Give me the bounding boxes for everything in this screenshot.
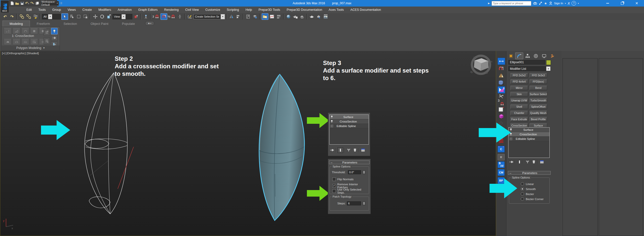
menu-aces-tools[interactable]: Aces Tools — [326, 7, 347, 13]
menu-rendering[interactable]: Rendering — [161, 7, 182, 13]
threshold-spinner[interactable] — [363, 170, 366, 174]
spinner-snap-toggle-icon[interactable] — [177, 14, 183, 20]
snaps-3d-strip-icon[interactable]: 3 — [498, 99, 505, 106]
modifier-button-ffdbox[interactable]: FFD(box) — [530, 79, 547, 84]
align-icon[interactable] — [235, 14, 242, 20]
undo-icon[interactable]: ↶▾ — [25, 1, 29, 6]
wireframe-spline-object[interactable] — [85, 73, 127, 214]
menu-prepar3d-documentation[interactable]: Prepar3D Documentation — [284, 7, 326, 13]
sign-in-dropdown-icon[interactable]: ▾ — [565, 2, 566, 5]
select-by-name-icon[interactable] — [69, 14, 75, 20]
configure-modifier-sets-icon[interactable] — [539, 159, 544, 164]
modifier-button-skin[interactable]: Skin — [510, 92, 528, 96]
tab-object-paint[interactable]: Object Paint — [84, 21, 115, 27]
select-object-button[interactable] — [61, 13, 68, 20]
menu-prepar3d-tools[interactable]: Prepar3D Tools — [255, 7, 284, 13]
remove-modifier-icon[interactable] — [531, 159, 536, 164]
help-icon[interactable]: ? — [572, 1, 576, 6]
polygon-modeling-footer[interactable]: Polygon Modeling ▼ — [2, 45, 60, 51]
edge-mode-icon[interactable] — [13, 28, 20, 34]
modifier-button-ffd4[interactable]: FFD 4x4x4 — [510, 79, 528, 84]
bezier-radio[interactable]: Bezier — [521, 192, 534, 196]
modifier-button-turbosmooth[interactable]: TurboSmooth — [530, 98, 547, 103]
material-editor-icon[interactable] — [286, 14, 292, 20]
favorites-star-icon[interactable]: ★ — [544, 2, 547, 5]
border-mode-icon[interactable] — [21, 28, 29, 34]
viewcube[interactable]: N E S W — [470, 56, 493, 75]
restore-button[interactable] — [615, 0, 629, 7]
r-button[interactable]: R — [498, 154, 505, 160]
redo-icon[interactable]: ↷▾ — [30, 1, 34, 6]
configure-modifier-sets-icon[interactable] — [360, 148, 366, 153]
menu-help[interactable]: Help — [242, 7, 255, 13]
parameters-rollout-header[interactable]: – Parameters — [508, 171, 551, 175]
select-and-rotate-icon[interactable] — [99, 14, 105, 20]
close-button[interactable]: ✕ — [629, 0, 644, 7]
motion-tab[interactable] — [532, 52, 540, 59]
toolbar-overflow-icon[interactable]: ☰ — [60, 1, 62, 6]
object-name-field[interactable]: Ellipse001 — [508, 60, 545, 65]
select-and-move-icon[interactable] — [92, 14, 98, 20]
shaded-surface-object[interactable] — [259, 74, 304, 220]
select-and-link-icon[interactable] — [19, 14, 25, 20]
layer-manager-icon[interactable] — [245, 14, 251, 20]
remove-modifier-icon[interactable] — [352, 148, 357, 153]
empty-dock-panel-left[interactable] — [562, 58, 598, 236]
stack-row-editable-spline[interactable]: Editable Spline — [330, 124, 369, 128]
snaps-toggle-icon[interactable] — [154, 14, 160, 20]
menu-edit[interactable]: Edit — [23, 7, 35, 13]
sign-in-button[interactable]: Sign In — [554, 2, 563, 5]
expand-stack-down-icon[interactable] — [44, 37, 50, 44]
menu-animation[interactable]: Animation — [114, 7, 135, 13]
sign-in-user-icon[interactable] — [549, 2, 552, 5]
ribbon-minimize-button[interactable]: ■▾ — [145, 21, 154, 26]
smooth-radio[interactable]: Smooth — [521, 187, 536, 191]
show-end-result-lamp-icon[interactable] — [51, 28, 58, 34]
named-selection-sets-dropdown[interactable]: Create Selection Se ▾ — [193, 14, 225, 19]
show-end-result-icon[interactable] — [517, 159, 522, 164]
make-unique-icon[interactable] — [346, 148, 351, 153]
steps-spinner[interactable] — [363, 201, 366, 205]
strip-mirror-icon[interactable] — [498, 72, 505, 79]
strip-angle-snap-icon[interactable] — [498, 65, 505, 72]
save-file-icon[interactable] — [20, 1, 24, 6]
teapot-dark-icon[interactable] — [498, 120, 505, 126]
modifier-button-shell[interactable]: Shell — [510, 104, 528, 109]
preview-subobj-icon[interactable] — [13, 39, 20, 45]
search-icon[interactable] — [533, 2, 537, 5]
triangle-3-icon[interactable]: 3 — [498, 86, 505, 93]
tab-modeling[interactable]: Modeling — [3, 21, 30, 27]
angle-snap-toggle-icon[interactable] — [160, 13, 167, 20]
bp-button[interactable]: BP — [498, 177, 505, 184]
make-unique-icon[interactable] — [525, 159, 530, 164]
bezier-corner-radio[interactable]: Bezier Corner — [521, 197, 544, 201]
preview-multi-icon[interactable] — [21, 39, 29, 45]
subscription-icon[interactable] — [539, 2, 542, 5]
cm-button[interactable]: CM — [498, 169, 505, 176]
menu-graph-editors[interactable]: Graph Editors — [135, 7, 161, 13]
pin-stack-icon[interactable] — [330, 148, 335, 153]
spring-icon[interactable] — [498, 138, 505, 144]
curve-editor-icon[interactable] — [269, 14, 275, 20]
mirror-icon[interactable] — [228, 14, 235, 20]
stack-row-editable-spline[interactable]: Editable Spline — [509, 137, 549, 141]
named-square-icon[interactable] — [498, 106, 505, 113]
menu-views[interactable]: Views — [64, 7, 79, 13]
threshold-field[interactable]: 0.0" — [348, 170, 361, 174]
stack-row-crosssection[interactable]: CrossSection — [330, 119, 369, 124]
empty-dock-panel-right[interactable] — [599, 58, 643, 236]
modifier-button-unwrap-uvw[interactable]: Unwrap UVW — [510, 98, 528, 103]
vertex-mode-icon[interactable] — [4, 28, 12, 34]
manage-scene-states-icon[interactable] — [252, 14, 258, 20]
modifier-button-mirror[interactable]: Mirror — [510, 86, 528, 90]
select-and-scale-icon[interactable] — [106, 14, 112, 20]
search-input[interactable] — [492, 1, 531, 6]
menu-tools[interactable]: Tools — [35, 7, 49, 13]
menu-create[interactable]: Create — [79, 7, 95, 13]
menu-modifiers[interactable]: Modifiers — [95, 7, 114, 13]
help-dropdown-icon[interactable]: ▾ — [578, 2, 579, 5]
flip-normals-checkbox[interactable]: Flip Normals — [332, 178, 354, 181]
modifier-button-ffd3[interactable]: FFD 3x3x3 — [530, 73, 547, 78]
bind-to-space-warp-icon[interactable] — [32, 14, 38, 20]
steps-field[interactable]: 6 — [347, 201, 361, 205]
